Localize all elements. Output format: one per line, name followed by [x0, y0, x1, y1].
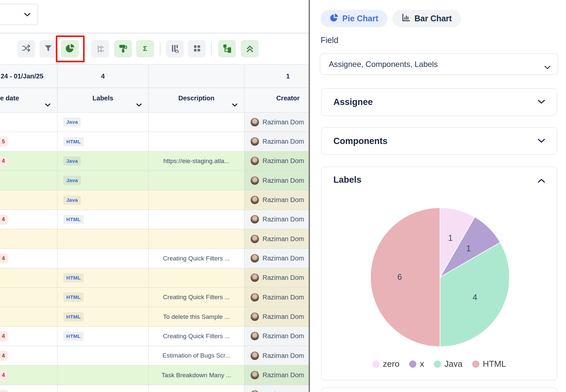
- tab-pie-chart[interactable]: Pie Chart: [321, 10, 388, 27]
- table-row[interactable]: Java Raziman Dom: [0, 113, 309, 132]
- chevron-up-icon[interactable]: [538, 178, 545, 184]
- cell-labels[interactable]: HTML: [57, 288, 149, 307]
- cell-description[interactable]: [149, 113, 244, 132]
- table-row[interactable]: 4 Raziman Dom: [0, 385, 309, 392]
- cell-labels[interactable]: HTML: [57, 132, 149, 151]
- cell-description[interactable]: [149, 385, 244, 392]
- table-row[interactable]: Raziman Dom: [0, 229, 309, 249]
- chevron-down-icon[interactable]: [538, 139, 545, 145]
- cell-creator[interactable]: Raziman Dom: [244, 113, 309, 132]
- section-components[interactable]: Components: [321, 127, 557, 155]
- cell-description[interactable]: [149, 132, 244, 151]
- table-row[interactable]: Java Raziman Dom: [0, 190, 309, 210]
- filter-button[interactable]: [39, 40, 57, 57]
- table-row[interactable]: HTML To delete this Sample ... Raziman D…: [0, 307, 309, 326]
- cell-creator[interactable]: Raziman Dom: [244, 210, 309, 229]
- cell-creator[interactable]: Raziman Dom: [244, 152, 309, 171]
- label-chip[interactable]: Java: [63, 156, 81, 166]
- cell-due-date[interactable]: [0, 113, 57, 132]
- cell-description[interactable]: Task Breakdown Many ...: [149, 365, 244, 384]
- grid-view-button[interactable]: [188, 40, 206, 57]
- cell-due-date[interactable]: [0, 288, 57, 307]
- legend-item-zero[interactable]: zero: [372, 359, 400, 369]
- panel-resize-handle[interactable]: [309, 0, 310, 392]
- cell-description[interactable]: [149, 268, 244, 287]
- label-chip[interactable]: Java: [63, 196, 81, 205]
- cell-due-date[interactable]: 4: [0, 327, 57, 346]
- cell-labels[interactable]: Java: [57, 190, 149, 209]
- column-header-description[interactable]: Description: [149, 88, 244, 112]
- section-assignee[interactable]: Assignee: [321, 88, 557, 116]
- cell-due-date[interactable]: [0, 171, 57, 190]
- view-selector-dropdown[interactable]: [0, 4, 38, 25]
- cell-description[interactable]: Creating Quick Filters ...: [149, 249, 244, 268]
- label-chip[interactable]: Java: [63, 117, 81, 127]
- cell-labels[interactable]: Java: [57, 113, 149, 132]
- table-row[interactable]: 4 Java https://eie-staging.atla... Razim…: [0, 152, 309, 171]
- table-row[interactable]: 4 HTML Creating Quick Filters ... Razima…: [0, 327, 309, 346]
- tab-bar-chart[interactable]: Bar Chart: [392, 10, 461, 27]
- cell-creator[interactable]: Raziman Dom: [244, 229, 309, 248]
- cell-labels[interactable]: Java: [57, 152, 149, 171]
- chevron-down-icon[interactable]: [232, 101, 238, 108]
- cell-creator[interactable]: Raziman Dom: [244, 346, 309, 365]
- cell-labels[interactable]: HTML: [57, 327, 149, 346]
- label-chip[interactable]: HTML: [63, 215, 84, 224]
- table-row[interactable]: 4 Creating Quick Filters ... Raziman Dom: [0, 249, 309, 268]
- cell-description[interactable]: [149, 190, 244, 209]
- table-row[interactable]: Java Raziman Dom: [0, 171, 309, 190]
- legend-item-HTML[interactable]: HTML: [472, 359, 506, 369]
- cell-due-date[interactable]: [0, 307, 57, 326]
- cell-creator[interactable]: Raziman Dom: [244, 190, 309, 209]
- table-row[interactable]: HTML Creating Quick Filters ... Raziman …: [0, 288, 309, 307]
- cell-due-date[interactable]: 4: [0, 152, 57, 171]
- cell-due-date[interactable]: 4: [0, 210, 57, 229]
- cell-due-date[interactable]: 5: [0, 132, 57, 151]
- labels-pie-chart[interactable]: 1146: [368, 206, 512, 350]
- cell-description[interactable]: Creating Quick Filters ...: [149, 327, 244, 346]
- cell-creator[interactable]: Raziman Dom: [244, 171, 309, 190]
- collapse-button[interactable]: [241, 40, 259, 57]
- cell-due-date[interactable]: 4: [0, 365, 57, 384]
- column-settings-button[interactable]: [166, 40, 184, 57]
- chevron-down-icon[interactable]: [136, 101, 142, 108]
- cell-labels[interactable]: [57, 385, 149, 392]
- cell-creator[interactable]: Raziman Dom: [244, 327, 309, 346]
- format-painter-button[interactable]: [114, 40, 132, 57]
- pie-slice-HTML[interactable]: [370, 208, 440, 347]
- column-header-due-date[interactable]: ue date: [0, 88, 57, 112]
- cell-creator[interactable]: Raziman Dom: [244, 307, 309, 326]
- cell-due-date[interactable]: 4: [0, 346, 57, 365]
- table-row[interactable]: 4 Estimation of Bugs Scr... Raziman Dom: [0, 346, 309, 365]
- label-chip[interactable]: HTML: [63, 332, 84, 341]
- field-select[interactable]: Assignee, Components, Labels: [320, 53, 558, 75]
- cell-creator[interactable]: Raziman Dom: [244, 385, 309, 392]
- cell-description[interactable]: Estimation of Bugs Scr...: [149, 346, 244, 365]
- cell-creator[interactable]: Raziman Dom: [244, 132, 309, 151]
- label-chip[interactable]: Java: [63, 176, 81, 185]
- cell-creator[interactable]: Raziman Dom: [244, 365, 309, 384]
- cell-description[interactable]: To delete this Sample ...: [149, 307, 244, 326]
- cell-due-date[interactable]: 4: [0, 249, 57, 268]
- cell-creator[interactable]: Raziman Dom: [244, 288, 309, 307]
- cell-creator[interactable]: Raziman Dom: [244, 268, 309, 287]
- legend-item-x[interactable]: x: [409, 359, 424, 369]
- hierarchy-button[interactable]: [218, 40, 236, 57]
- cell-due-date[interactable]: [0, 229, 57, 248]
- label-chip[interactable]: HTML: [63, 293, 84, 302]
- cell-labels[interactable]: HTML: [57, 307, 149, 326]
- chevron-down-icon[interactable]: [538, 100, 545, 106]
- cell-creator[interactable]: Raziman Dom: [244, 249, 309, 268]
- cell-description[interactable]: https://eie-staging.atla...: [149, 152, 244, 171]
- shuffle-button[interactable]: [17, 40, 35, 57]
- label-chip[interactable]: HTML: [63, 312, 84, 321]
- cell-labels[interactable]: [57, 249, 149, 268]
- label-chip[interactable]: HTML: [63, 137, 84, 146]
- cell-description[interactable]: [149, 171, 244, 190]
- cell-labels[interactable]: [57, 229, 149, 248]
- sum-button[interactable]: Σ: [136, 40, 154, 57]
- label-chip[interactable]: HTML: [63, 273, 84, 282]
- cell-description[interactable]: Creating Quick Filters ...: [149, 288, 244, 307]
- legend-item-Java[interactable]: Java: [434, 359, 462, 369]
- cell-labels[interactable]: Java: [57, 171, 149, 190]
